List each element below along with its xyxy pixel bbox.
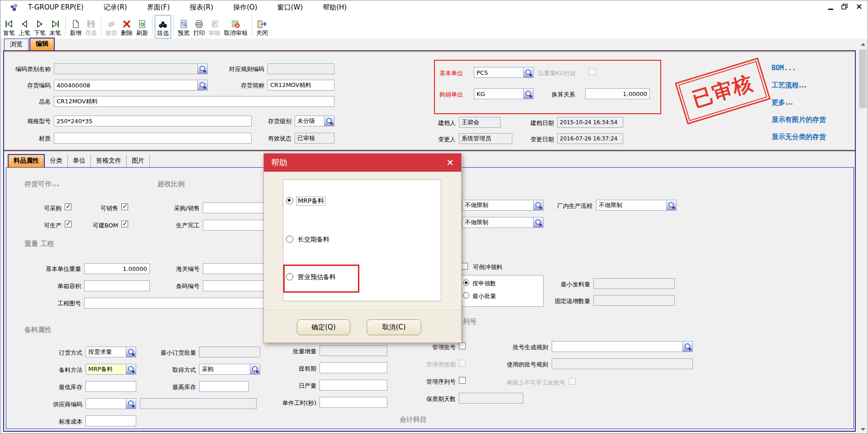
long-lead-prepare-label[interactable]: 长交期备料 [298, 236, 329, 244]
save-button[interactable]: 存盘 [83, 15, 99, 38]
dialog-close-icon[interactable]: ✕ [446, 158, 454, 167]
link-process-flow[interactable]: 工艺流程... [772, 81, 806, 90]
tab-images[interactable]: 图片 [127, 155, 150, 167]
max-stock-input[interactable] [199, 381, 249, 392]
vertical-scrollbar[interactable] [858, 40, 867, 434]
min-issue-input[interactable] [593, 278, 675, 289]
tab-browse[interactable]: 浏览 [4, 39, 29, 50]
lookup-icon[interactable] [682, 342, 692, 352]
menu-window[interactable]: 窗口(W) [274, 2, 307, 13]
manage-serial-checkbox[interactable] [459, 377, 466, 384]
lead-time-input[interactable] [320, 362, 387, 373]
link-show-unclassified[interactable]: 显示无分类的存货 [772, 133, 826, 141]
lookup-icon[interactable] [324, 116, 334, 126]
trade-unit-input[interactable]: KG [474, 88, 534, 99]
lookup-icon[interactable] [126, 399, 136, 409]
supplier-code-dropdown[interactable] [86, 398, 136, 409]
limit-dropdown-1[interactable]: 不做限制 [462, 200, 544, 211]
filter-button[interactable]: 筛选 [155, 15, 171, 39]
no-manual-batch-checkbox[interactable] [569, 378, 576, 385]
lookup-icon[interactable] [126, 364, 136, 374]
lookup-icon[interactable] [533, 217, 543, 227]
close-window-button[interactable] [856, 3, 862, 11]
last-record-button[interactable]: 末笔 [48, 15, 63, 38]
lookup-icon[interactable] [197, 80, 207, 90]
lookup-icon[interactable] [197, 64, 207, 74]
lookup-icon[interactable] [250, 364, 260, 374]
item-code-input[interactable]: 400400008 [54, 80, 208, 91]
tab-unit[interactable]: 单位 [68, 155, 91, 167]
used-rule-input[interactable] [552, 358, 693, 369]
long-lead-prepare-radio[interactable] [286, 236, 293, 243]
can-sell-checkbox[interactable] [121, 203, 128, 210]
material-input[interactable] [54, 133, 252, 144]
menu-operation[interactable]: 操作(O) [229, 2, 261, 13]
base-unit-input[interactable]: PCS [474, 67, 534, 78]
lookup-icon[interactable] [666, 200, 676, 210]
base-weight-input[interactable]: 1.00000 [84, 263, 150, 274]
item-name-input[interactable]: CR12MOV精料 [54, 96, 334, 107]
fixed-incr-input[interactable] [593, 295, 675, 306]
preview-button[interactable]: 预览 [176, 15, 191, 38]
prepare-method-dropdown[interactable]: MRP备料 [86, 364, 136, 375]
lookup-icon[interactable] [533, 200, 543, 210]
delete-button[interactable]: 删除 [119, 15, 134, 38]
link-bom[interactable]: BOM... [772, 64, 796, 72]
scroll-up-arrow[interactable] [858, 40, 867, 48]
help-dialog-titlebar[interactable]: 帮助 ✕ [264, 154, 461, 172]
mrp-prepare-label[interactable]: MRP备料 [296, 197, 325, 206]
pay-by-kg-checkbox[interactable] [589, 68, 596, 75]
first-record-button[interactable]: 首笔 [1, 15, 17, 38]
dialog-ok-button[interactable]: 确定(Q) [297, 319, 350, 335]
batch-rule-dropdown[interactable] [552, 341, 693, 352]
tab-qualification-files[interactable]: 资格文件 [91, 155, 127, 167]
min-stock-input[interactable] [86, 381, 136, 392]
scroll-down-arrow[interactable] [858, 425, 867, 434]
audit-button[interactable]: 审核 [207, 15, 222, 38]
link-more[interactable]: 更多... [772, 98, 793, 107]
can-bom-checkbox[interactable] [121, 221, 128, 227]
cancel-audit-button[interactable]: 取消审核 [222, 15, 249, 38]
restore-button[interactable] [841, 3, 848, 11]
next-record-button[interactable]: 下笔 [32, 15, 48, 38]
factory-flow-dropdown[interactable]: 不做限制 [596, 200, 677, 211]
tab-item-attributes[interactable]: 料品属性 [8, 154, 45, 167]
tab-classification[interactable]: 分类 [45, 155, 68, 167]
menu-record[interactable]: 记录(R) [100, 2, 131, 13]
lookup-icon[interactable] [523, 89, 533, 99]
grade-input[interactable]: 未分级 [295, 116, 334, 126]
mrp-prepare-radio[interactable] [286, 197, 293, 204]
min-order-input[interactable] [199, 347, 260, 357]
menu-tgroup-erp[interactable]: T-GROUP ERP(E) [24, 2, 87, 12]
item-abbr-input[interactable]: CR12MOV精料 [267, 80, 334, 91]
order-mode-dropdown[interactable]: 按需求量 [86, 347, 136, 357]
refresh-button[interactable]: 刷新 [134, 15, 150, 38]
lookup-icon[interactable] [523, 68, 533, 77]
can-produce-checkbox[interactable] [65, 221, 72, 227]
backflush-checkbox[interactable] [461, 263, 468, 270]
business-forecast-prepare-label[interactable]: 营业预估备料 [298, 273, 336, 281]
menu-report[interactable]: 报表(R) [186, 2, 217, 13]
issue-min-batch-radio[interactable] [463, 292, 469, 299]
batch-incr-input[interactable] [320, 345, 387, 356]
issue-by-apply-radio[interactable] [463, 280, 469, 286]
can-purchase-checkbox[interactable] [65, 203, 72, 210]
print-button[interactable]: 打印 [191, 15, 207, 38]
link-show-with-image[interactable]: 显示有图片的存货 [772, 116, 826, 124]
abandon-button[interactable]: 放弃 [104, 15, 119, 38]
lookup-icon[interactable] [126, 347, 136, 357]
code-type-input[interactable] [54, 63, 208, 74]
box-volume-input[interactable] [84, 280, 150, 291]
shelf-days-input[interactable] [459, 393, 523, 404]
std-cost-input[interactable] [86, 415, 136, 426]
prev-record-button[interactable]: 上笔 [17, 15, 32, 38]
manage-expiry-checkbox[interactable] [459, 360, 466, 366]
manage-batch-checkbox[interactable] [459, 342, 466, 349]
minimize-button[interactable] [828, 9, 833, 10]
dialog-cancel-button[interactable]: 取消(C) [367, 319, 421, 335]
rule-code-input[interactable] [267, 63, 334, 74]
close-form-button[interactable]: 关闭 [254, 15, 270, 38]
menu-help[interactable]: 帮助(H) [319, 2, 350, 13]
new-button[interactable]: 新增 [68, 15, 83, 38]
daily-output-input[interactable] [320, 380, 387, 391]
